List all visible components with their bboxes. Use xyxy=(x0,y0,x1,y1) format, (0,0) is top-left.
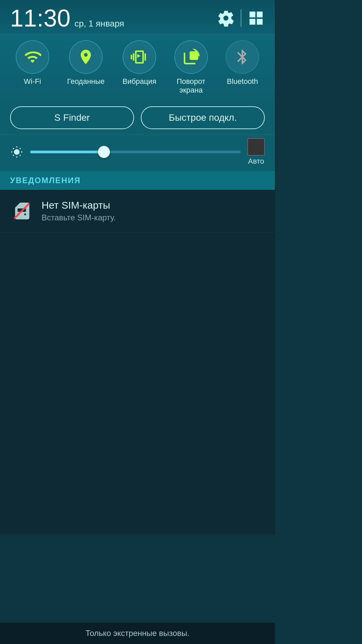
buttons-row: S Finder Быстрое подкл. xyxy=(0,101,275,135)
sfinder-button[interactable]: S Finder xyxy=(10,106,134,129)
wifi-label: Wi-Fi xyxy=(24,77,41,86)
geodata-label: Геоданные xyxy=(67,77,105,86)
vibration-toggle[interactable]: Вибрация xyxy=(122,40,156,86)
toggle-row: Wi-Fi Геоданные Вибрация xyxy=(7,40,268,95)
bluetooth-toggle[interactable]: Bluetooth xyxy=(226,40,259,86)
brightness-icon xyxy=(10,145,23,159)
notification-list: Нет SIM-карты Вставьте SIM-карту. xyxy=(0,190,275,232)
sim-missing-icon xyxy=(12,201,32,221)
date: ср, 1 января xyxy=(74,18,124,29)
notif-item-sim[interactable]: Нет SIM-карты Вставьте SIM-карту. xyxy=(0,190,275,232)
emergency-calls-text: Только экстренные вызовы. xyxy=(85,629,189,638)
brightness-slider[interactable] xyxy=(30,151,241,153)
sim-icon-wrap xyxy=(10,199,34,223)
bluetooth-circle[interactable] xyxy=(226,40,259,74)
settings-icon[interactable] xyxy=(217,9,235,27)
geodata-circle[interactable] xyxy=(69,40,103,74)
clock: 11:30 xyxy=(10,6,70,30)
status-icons xyxy=(217,9,265,27)
wifi-circle[interactable] xyxy=(16,40,49,74)
status-bar: 11:30 ср, 1 января xyxy=(0,0,275,34)
divider xyxy=(241,9,241,27)
auto-label: Авто xyxy=(248,157,264,166)
notifications-title: УВЕДОМЛЕНИЯ xyxy=(10,176,81,185)
bluetooth-label: Bluetooth xyxy=(227,77,258,86)
quick-toggles-panel: Wi-Fi Геоданные Вибрация xyxy=(0,34,275,101)
rotation-toggle[interactable]: Поворот экрана xyxy=(174,40,208,95)
brightness-thumb[interactable] xyxy=(98,146,110,158)
auto-brightness-icon[interactable] xyxy=(247,138,265,156)
sim-notif-title: Нет SIM-карты xyxy=(42,200,116,211)
quickconnect-button[interactable]: Быстрое подкл. xyxy=(141,106,265,129)
sim-notif-subtitle: Вставьте SIM-карту. xyxy=(42,213,116,222)
time-date-block: 11:30 ср, 1 января xyxy=(10,6,124,30)
brightness-icon-wrap xyxy=(10,145,23,159)
notifications-header: УВЕДОМЛЕНИЯ xyxy=(0,171,275,190)
brightness-fill xyxy=(30,151,104,153)
brightness-row: Авто xyxy=(0,135,275,171)
wifi-toggle[interactable]: Wi-Fi xyxy=(16,40,49,86)
grid-icon[interactable] xyxy=(247,9,265,27)
vibration-circle[interactable] xyxy=(123,40,156,74)
rotation-circle[interactable] xyxy=(174,40,208,74)
rotation-label: Поворот экрана xyxy=(177,77,205,95)
bottom-bar: Только экстренные вызовы. xyxy=(0,622,275,644)
sim-notif-text: Нет SIM-карты Вставьте SIM-карту. xyxy=(42,200,116,222)
vibration-label: Вибрация xyxy=(122,77,156,86)
main-content-area xyxy=(0,232,275,534)
geodata-toggle[interactable]: Геоданные xyxy=(67,40,105,86)
auto-brightness-block[interactable]: Авто xyxy=(247,138,265,166)
